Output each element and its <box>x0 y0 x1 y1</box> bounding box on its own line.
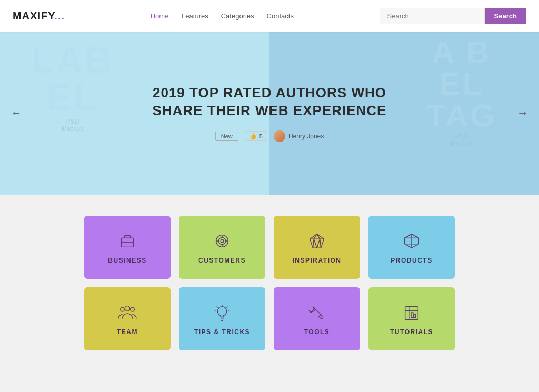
author-info: Henry Jones <box>274 130 324 142</box>
svg-point-4 <box>221 239 224 243</box>
svg-rect-33 <box>411 313 413 318</box>
cat-label-products: PRODUCTS <box>391 257 432 264</box>
hero-arrow-left[interactable]: ← <box>11 106 22 120</box>
thumb-icon: 👍 <box>249 133 257 139</box>
header: MAXIFY... Home Features Categories Conta… <box>0 0 539 32</box>
hero-content: 2019 TOP RATED AUTHORS WHO SHARE THEIR W… <box>153 84 387 142</box>
svg-line-17 <box>405 234 412 238</box>
tools-icon <box>306 302 327 323</box>
watermark-right: A B EL TAG PSDMockup <box>426 37 497 147</box>
navigation: Home Features Categories Contacts <box>151 12 294 20</box>
cat-card-business[interactable]: BUSINESS <box>84 216 171 279</box>
logo: MAXIFY... <box>13 10 65 22</box>
svg-marker-5 <box>310 234 324 248</box>
categories-grid: BUSINESS CUSTOMERS <box>84 216 455 350</box>
categories-section: BUSINESS CUSTOMERS <box>0 195 539 377</box>
hero-meta: New 👍 5 Henry Jones <box>153 130 387 142</box>
author-name: Henry Jones <box>288 133 324 140</box>
target-icon <box>212 230 233 252</box>
svg-line-11 <box>314 239 317 248</box>
cat-label-tips-tricks: TIPS & TRICKS <box>194 328 250 336</box>
cat-label-tools: TOOLS <box>304 328 330 336</box>
cat-label-inspiration: INSPIRATION <box>293 257 342 264</box>
avatar <box>274 130 285 142</box>
svg-line-28 <box>227 307 228 308</box>
nav-home[interactable]: Home <box>151 12 169 20</box>
logo-dot: ... <box>54 10 65 22</box>
cat-card-tips-tricks[interactable]: TIPS & TRICKS <box>179 287 265 350</box>
svg-line-18 <box>412 234 418 238</box>
hero-title: 2019 TOP RATED AUTHORS WHO SHARE THEIR W… <box>153 84 387 120</box>
nav-contacts[interactable]: Contacts <box>267 12 294 20</box>
svg-rect-34 <box>414 315 416 318</box>
cat-label-customers: CUSTOMERS <box>198 257 246 264</box>
cat-card-team[interactable]: TEAM <box>84 287 171 350</box>
cat-card-tutorials[interactable]: TUTORIALS <box>368 287 455 350</box>
cat-card-tools[interactable]: TOOLS <box>274 287 360 350</box>
svg-line-12 <box>317 239 320 248</box>
bulb-icon <box>212 302 233 323</box>
search-input[interactable] <box>380 8 485 24</box>
nav-features[interactable]: Features <box>181 12 208 20</box>
cat-card-products[interactable]: PRODUCTS <box>368 216 455 279</box>
cat-label-business: BUSINESS <box>108 257 146 264</box>
cat-card-inspiration[interactable]: INSPIRATION <box>274 216 360 279</box>
badge-new: New <box>215 132 238 141</box>
cat-card-customers[interactable]: CUSTOMERS <box>179 216 265 279</box>
svg-line-29 <box>315 308 321 314</box>
briefcase-icon <box>117 230 138 252</box>
watermark-left: LAB EL PSDMockup <box>32 42 114 133</box>
diamond-icon <box>306 230 327 252</box>
svg-point-20 <box>121 308 125 312</box>
hero-arrow-right[interactable]: → <box>517 106 528 120</box>
svg-point-3 <box>218 237 225 244</box>
svg-line-27 <box>217 307 218 308</box>
svg-point-21 <box>131 308 135 312</box>
cat-label-tutorials: TUTORIALS <box>390 328 433 336</box>
svg-line-10 <box>320 239 321 248</box>
search-area: Search <box>380 8 526 24</box>
nav-categories[interactable]: Categories <box>221 12 254 20</box>
svg-line-9 <box>313 239 314 248</box>
cube-icon <box>401 230 422 252</box>
cat-label-team: TEAM <box>117 328 138 336</box>
hero-banner: LAB EL PSDMockup A B EL TAG PSDMockup 20… <box>0 32 539 195</box>
svg-point-19 <box>125 306 130 311</box>
likes-count: 5 <box>259 133 263 139</box>
likes-badge[interactable]: 👍 5 <box>245 131 267 141</box>
search-button[interactable]: Search <box>485 8 526 24</box>
people-icon <box>117 302 138 323</box>
chart-icon <box>401 302 422 323</box>
